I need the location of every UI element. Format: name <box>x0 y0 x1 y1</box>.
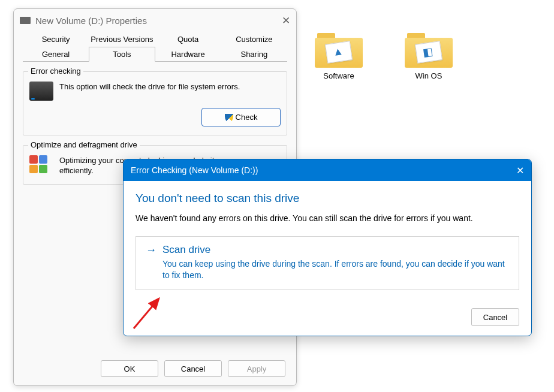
ssd-icon <box>29 82 53 101</box>
error-checking-group: Error checking This option will check th… <box>23 71 287 135</box>
error-checking-text: This option will check the drive for fil… <box>59 82 240 92</box>
tab-customize[interactable]: Customize <box>221 32 287 47</box>
defrag-icon <box>29 155 53 174</box>
properties-tabs: Security Previous Versions Quota Customi… <box>23 32 287 62</box>
drive-icon <box>20 17 31 24</box>
dialog-title: Error Checking (New Volume (D:)) <box>131 165 258 175</box>
close-icon[interactable]: ✕ <box>282 14 290 27</box>
tab-hardware[interactable]: Hardware <box>155 47 221 62</box>
close-icon[interactable]: ✕ <box>516 165 524 176</box>
arrow-right-icon: → <box>146 245 156 255</box>
optimize-legend: Optimize and defragment drive <box>28 140 140 149</box>
desktop-folder[interactable]: ◧ Win OS <box>396 33 462 80</box>
ok-button[interactable]: OK <box>101 360 158 377</box>
tab-sharing[interactable]: Sharing <box>221 47 287 62</box>
dialog-heading: You don't need to scan this drive <box>136 192 519 205</box>
folder-icon: ◧ <box>405 33 453 68</box>
check-button[interactable]: Check <box>201 108 281 126</box>
dialog-titlebar[interactable]: Error Checking (New Volume (D:)) ✕ <box>124 159 531 181</box>
dialog-text: We haven't found any errors on this driv… <box>136 213 519 223</box>
scan-drive-desc: You can keep using the drive during the … <box>146 258 509 281</box>
cancel-button[interactable]: Cancel <box>164 360 222 377</box>
scan-drive-label: Scan drive <box>162 244 210 256</box>
error-checking-legend: Error checking <box>28 67 83 76</box>
error-checking-dialog: Error Checking (New Volume (D:)) ✕ You d… <box>123 159 532 336</box>
check-button-label: Check <box>236 113 258 122</box>
dialog-cancel-button[interactable]: Cancel <box>471 308 519 326</box>
tab-quota[interactable]: Quota <box>155 32 221 47</box>
tab-previous-versions[interactable]: Previous Versions <box>89 32 155 47</box>
properties-titlebar[interactable]: New Volume (D:) Properties ✕ <box>14 9 296 32</box>
apply-button: Apply <box>228 360 285 377</box>
folder-label: Win OS <box>396 71 462 80</box>
properties-button-row: OK Cancel Apply <box>101 360 285 377</box>
tab-tools[interactable]: Tools <box>89 47 155 62</box>
tab-general[interactable]: General <box>23 47 89 62</box>
properties-title: New Volume (D:) Properties <box>35 16 147 26</box>
shield-icon <box>225 114 233 122</box>
desktop-folder[interactable]: ▲ Software <box>306 33 372 80</box>
folder-label: Software <box>306 71 372 80</box>
scan-drive-option[interactable]: → Scan drive You can keep using the driv… <box>136 236 519 290</box>
tab-security[interactable]: Security <box>23 32 89 47</box>
folder-icon: ▲ <box>315 33 363 68</box>
